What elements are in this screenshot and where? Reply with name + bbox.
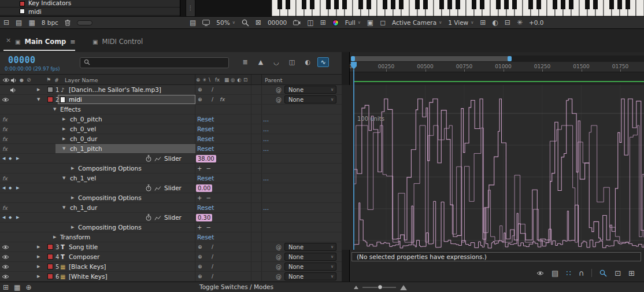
next-keyframe-icon[interactable]: ▶	[16, 154, 19, 164]
list-item-key-indicators[interactable]: Key Indicators	[0, 0, 180, 8]
effect-expander[interactable]: ▶	[62, 114, 65, 124]
navigator-thumb[interactable]	[351, 56, 512, 61]
position-switch-icon[interactable]: ⊕	[198, 272, 202, 282]
copts-expander[interactable]: ▶	[71, 193, 74, 203]
region-of-interest-icon[interactable]: ⊠	[256, 19, 261, 26]
anchor-switch-icon[interactable]: ⊕	[196, 75, 200, 86]
options-ellipsis[interactable]: ...	[263, 114, 269, 124]
stopwatch-icon[interactable]	[146, 155, 151, 162]
show-transform-box-icon[interactable]: ∷	[566, 269, 571, 278]
target-region-icon[interactable]: ▣	[367, 19, 373, 26]
effect-row-ch_0_dur[interactable]: fx▶ch_0_durReset...	[0, 134, 342, 144]
audio-icon[interactable]	[10, 87, 17, 93]
parent-pickwhip[interactable]: @	[276, 242, 282, 252]
hide-shy-layers-icon[interactable]: ◡	[271, 57, 282, 67]
fit-selection-icon[interactable]: ⊡	[615, 269, 621, 278]
layer-row-3[interactable]: ▶3TSong title⊕/@None∨	[0, 242, 342, 252]
layer-row-1[interactable]: ▶1♪[Dancin...he Sailor's Tale.mp3]⊕/@Non…	[0, 85, 342, 95]
position-switch-icon[interactable]: ⊕	[198, 252, 202, 262]
parent-select[interactable]: None∨	[284, 272, 336, 280]
paste-frame-icon[interactable]: ▤	[190, 19, 196, 26]
copts-row[interactable]: ▶Compositing Options+ −	[0, 223, 342, 232]
layer-name[interactable]: Song title	[69, 242, 98, 252]
video-column-icon[interactable]	[2, 77, 10, 83]
label-color-chip[interactable]	[47, 254, 53, 260]
transform-row[interactable]: ▶TransformReset	[0, 232, 342, 242]
exposure-readout[interactable]: +0.0	[529, 19, 544, 26]
slider-row[interactable]: ◀◆▶Slider38.00	[0, 154, 342, 164]
3d-switch-icon[interactable]: ⊡	[243, 75, 247, 86]
shy-switch-icon[interactable]: ✳	[202, 75, 206, 86]
trash-icon[interactable]	[65, 19, 71, 26]
add-remove-input[interactable]: + −	[197, 193, 212, 203]
reset-exposure-icon[interactable]: ✳	[517, 19, 523, 26]
property-name[interactable]: Slider	[164, 154, 182, 164]
timeline-search[interactable]	[80, 57, 229, 68]
keyframe-toggle-icon[interactable]: ◆	[9, 154, 12, 164]
view-layout-select[interactable]: 1 View∨	[448, 19, 473, 26]
prev-keyframe-icon[interactable]: ◀	[2, 154, 5, 164]
parent-select[interactable]: None∨	[284, 253, 336, 261]
eye-icon[interactable]	[2, 264, 9, 269]
effect-expander[interactable]: ▼	[62, 173, 65, 183]
layer-row-4[interactable]: ▶4TComposer⊕/@None∨	[0, 252, 342, 262]
effect-name[interactable]: ch_1_pitch	[70, 144, 102, 154]
quality-switch-icon[interactable]: /	[212, 242, 213, 252]
label-color-chip[interactable]	[47, 87, 53, 93]
transform-expander[interactable]: ▶	[53, 232, 56, 242]
options-ellipsis[interactable]: ...	[263, 144, 269, 154]
effect-expander[interactable]: ▶	[62, 124, 65, 134]
slider-row[interactable]: ◀◆▶Slider0.30	[0, 213, 342, 223]
position-switch-icon[interactable]: ⊕	[198, 262, 202, 272]
comp-mini-flowchart-icon[interactable]: ≣	[239, 57, 251, 67]
layer-expander[interactable]: ▶	[37, 272, 40, 282]
reset-link[interactable]: Reset	[197, 124, 214, 134]
eye-icon[interactable]	[2, 97, 9, 102]
effect-name[interactable]: ch_0_vel	[70, 124, 96, 134]
prev-keyframe-icon[interactable]: ◀	[2, 183, 5, 193]
motion-blur-icon[interactable]: ◐	[302, 57, 313, 67]
next-keyframe-icon[interactable]: ▶	[16, 183, 19, 193]
channel-grid-icon[interactable]: ▦	[28, 19, 35, 26]
parent-select[interactable]: None∨	[284, 95, 336, 104]
parent-pickwhip[interactable]: @	[276, 272, 282, 282]
pixel-aspect-icon[interactable]: ◻	[380, 19, 386, 26]
auto-zoom-graph-icon[interactable]	[599, 269, 607, 277]
toggle-switches-button[interactable]: Toggle Switches / Modes	[199, 283, 273, 290]
navigator-handle-right[interactable]	[508, 56, 512, 61]
audio-column-icon[interactable]	[10, 77, 17, 83]
effect-expander[interactable]: ▶	[62, 134, 65, 144]
slider-row[interactable]: ◀◆▶Slider0.00	[0, 183, 342, 193]
layer-row-5[interactable]: ▶5▦[Black Keys]⊕/@None∨	[0, 262, 342, 272]
parent-pane-icon[interactable]: ⊕	[25, 284, 31, 291]
grid-guides-icon[interactable]: ⊞	[480, 19, 486, 26]
zoom-in-icon[interactable]	[400, 285, 407, 290]
label-color-chip[interactable]	[47, 273, 53, 279]
time-ruler[interactable]: 0000000250005000075001000012500150001750	[350, 62, 644, 72]
reset-link[interactable]: Reset	[197, 203, 214, 213]
zoom-knob[interactable]	[377, 284, 383, 290]
snapshot-panel-icon[interactable]: ▤	[16, 19, 22, 26]
parent-pickwhip[interactable]: @	[276, 262, 282, 272]
fx-switch-icon[interactable]: fx	[215, 75, 220, 86]
effect-row-ch_1_pitch[interactable]: fx▼ch_1_pitchReset...	[0, 144, 342, 154]
effects-switch-icon[interactable]: fx	[220, 95, 225, 105]
show-snapshot-icon[interactable]: ◫	[307, 19, 313, 26]
panel-grip[interactable]: ⋮	[186, 0, 195, 17]
eye-icon[interactable]	[2, 254, 9, 260]
keyframe-toggle-icon[interactable]: ◆	[9, 183, 12, 193]
quality-switch-icon[interactable]: /	[212, 85, 213, 95]
frame-blending-icon[interactable]: ◫	[286, 57, 298, 67]
add-remove-input[interactable]: + −	[197, 223, 212, 232]
add-remove-input[interactable]: + −	[197, 164, 212, 173]
effect-name[interactable]: ch_0_dur	[70, 134, 97, 144]
camera-view-select[interactable]: Active Camera∨	[392, 19, 442, 26]
current-frame-display[interactable]: 00000	[8, 55, 36, 65]
navigator-handle-left[interactable]	[351, 56, 355, 61]
graph-toggle-icon[interactable]	[154, 186, 161, 191]
graph-editor-canvas[interactable]	[342, 85, 644, 250]
fit-all-graphs-icon[interactable]: ⊞	[628, 269, 635, 278]
search-input[interactable]	[93, 60, 225, 66]
magnification-select[interactable]: 50%∨	[216, 19, 235, 26]
layer-name[interactable]: [White Keys]	[69, 272, 108, 282]
